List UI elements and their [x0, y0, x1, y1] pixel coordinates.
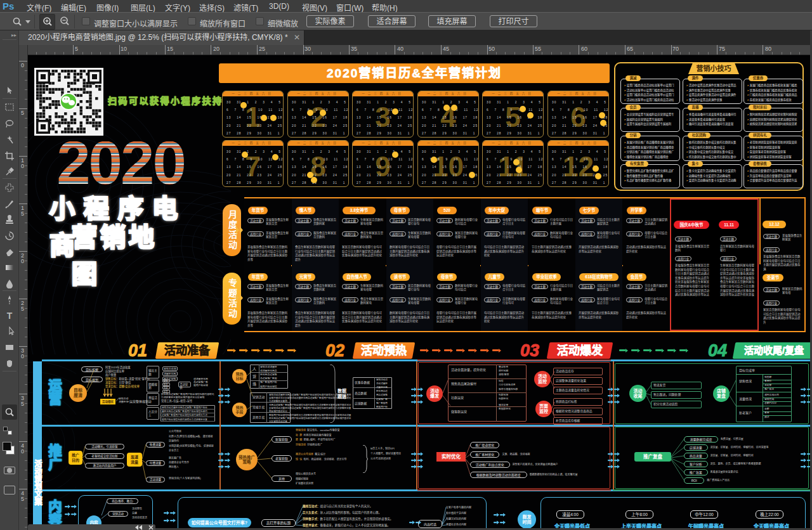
- svg-text:T: T: [7, 311, 13, 321]
